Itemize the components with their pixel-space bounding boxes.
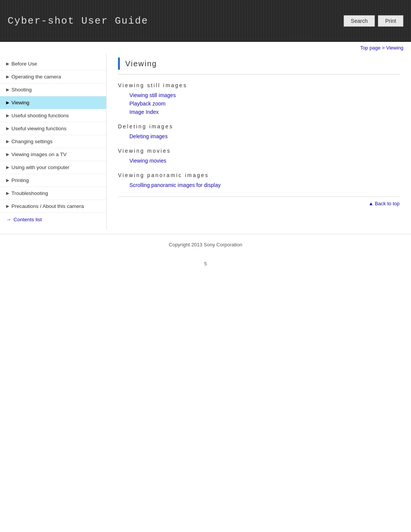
chevron-right-icon: ▶ — [6, 74, 11, 79]
chevron-right-icon: ▶ — [6, 152, 11, 157]
section-links-deleting-images: Deleting images — [118, 133, 400, 140]
page-number: 5 — [0, 255, 411, 272]
sidebar-item-viewing[interactable]: ▶ Viewing — [0, 96, 106, 109]
sidebar-item-operating-camera[interactable]: ▶ Operating the camera — [0, 70, 106, 83]
sidebar-item-viewing-tv[interactable]: ▶ Viewing images on a TV — [0, 148, 106, 161]
back-to-top[interactable]: ▲ Back to top — [118, 197, 400, 210]
chevron-right-icon: ▶ — [6, 178, 11, 183]
section-links-viewing-panoramic: Scrolling panoramic images for display — [118, 181, 400, 189]
chevron-right-icon: ▶ — [6, 204, 11, 209]
sidebar-item-label: Changing settings — [11, 139, 102, 144]
sidebar-item-label: Using with your computer — [11, 165, 102, 170]
sidebar-item-using-computer[interactable]: ▶ Using with your computer — [0, 161, 106, 174]
sidebar-item-changing-settings[interactable]: ▶ Changing settings — [0, 135, 106, 148]
breadcrumb: Top page > Viewing — [0, 42, 411, 54]
chevron-right-icon: ▶ — [6, 87, 11, 92]
section-viewing-panoramic: Viewing panoramic images Scrolling panor… — [118, 172, 400, 189]
print-button[interactable]: Print — [378, 15, 403, 27]
sidebar-item-label: Printing — [11, 177, 102, 183]
breadcrumb-current: Viewing — [386, 45, 403, 51]
chevron-right-icon: ▶ — [6, 191, 11, 196]
sidebar-item-useful-shooting[interactable]: ▶ Useful shooting functions — [0, 109, 106, 122]
footer: Copyright 2013 Sony Corporation — [0, 234, 411, 255]
sidebar-item-label: Useful viewing functions — [11, 126, 102, 131]
sidebar-item-shooting[interactable]: ▶ Shooting — [0, 83, 106, 96]
contents-list-link[interactable]: → Contents list — [0, 213, 106, 226]
link-playback-zoom[interactable]: Playback zoom — [129, 100, 400, 107]
section-links-viewing-movies: Viewing movies — [118, 157, 400, 165]
sidebar-item-label: Shooting — [11, 87, 102, 93]
link-image-index[interactable]: Image Index — [129, 108, 400, 116]
title-accent-bar — [118, 58, 120, 70]
page-title: Viewing — [125, 59, 157, 68]
section-heading-viewing-still: Viewing still images — [118, 82, 400, 88]
sidebar: ▶ Before Use ▶ Operating the camera ▶ Sh… — [0, 54, 107, 230]
contents-list-label: Contents list — [14, 217, 42, 222]
back-to-top-link[interactable]: ▲ Back to top — [368, 201, 400, 206]
main-content: Viewing Viewing still images Viewing sti… — [107, 54, 411, 230]
sidebar-item-label: Precautions / About this camera — [11, 203, 102, 209]
header: Cyber-shot User Guide Search Print — [0, 0, 411, 42]
search-button[interactable]: Search — [344, 15, 375, 27]
sidebar-item-before-use[interactable]: ▶ Before Use — [0, 58, 106, 70]
sidebar-item-printing[interactable]: ▶ Printing — [0, 174, 106, 187]
chevron-right-icon: ▶ — [6, 126, 11, 131]
section-viewing-still: Viewing still images Viewing still image… — [118, 82, 400, 116]
section-heading-viewing-panoramic: Viewing panoramic images — [118, 172, 400, 178]
section-links-viewing-still: Viewing still images Playback zoom Image… — [118, 91, 400, 116]
link-scrolling-panoramic[interactable]: Scrolling panoramic images for display — [129, 181, 400, 189]
chevron-right-icon: ▶ — [6, 139, 11, 144]
page-title-section: Viewing — [118, 58, 400, 75]
breadcrumb-separator: > — [381, 45, 386, 51]
chevron-right-icon: ▶ — [6, 165, 11, 170]
sidebar-item-label: Useful shooting functions — [11, 113, 102, 118]
app-title: Cyber-shot User Guide — [8, 15, 148, 27]
chevron-right-icon: ▶ — [6, 61, 11, 66]
sidebar-item-precautions[interactable]: ▶ Precautions / About this camera — [0, 200, 106, 213]
header-actions: Search Print — [344, 15, 403, 27]
section-deleting-images: Deleting images Deleting images — [118, 123, 400, 140]
copyright-text: Copyright 2013 Sony Corporation — [169, 242, 242, 248]
sidebar-item-label: Viewing images on a TV — [11, 152, 102, 157]
chevron-right-icon: ▶ — [6, 100, 11, 105]
chevron-right-icon: ▶ — [6, 113, 11, 118]
section-heading-viewing-movies: Viewing movies — [118, 148, 400, 154]
section-viewing-movies: Viewing movies Viewing movies — [118, 148, 400, 165]
sidebar-item-label: Troubleshooting — [11, 190, 102, 196]
breadcrumb-top-link[interactable]: Top page — [360, 45, 381, 51]
main-layout: ▶ Before Use ▶ Operating the camera ▶ Sh… — [0, 54, 411, 230]
arrow-right-icon: → — [6, 217, 11, 222]
link-deleting-images[interactable]: Deleting images — [129, 133, 400, 140]
link-viewing-movies[interactable]: Viewing movies — [129, 157, 400, 165]
sidebar-item-label: Viewing — [11, 100, 102, 105]
sidebar-item-troubleshooting[interactable]: ▶ Troubleshooting — [0, 187, 106, 200]
link-viewing-still-images[interactable]: Viewing still images — [129, 91, 400, 99]
section-heading-deleting-images: Deleting images — [118, 123, 400, 129]
sidebar-item-label: Before Use — [11, 61, 102, 67]
sidebar-item-label: Operating the camera — [11, 74, 102, 80]
sidebar-item-useful-viewing[interactable]: ▶ Useful viewing functions — [0, 122, 106, 135]
